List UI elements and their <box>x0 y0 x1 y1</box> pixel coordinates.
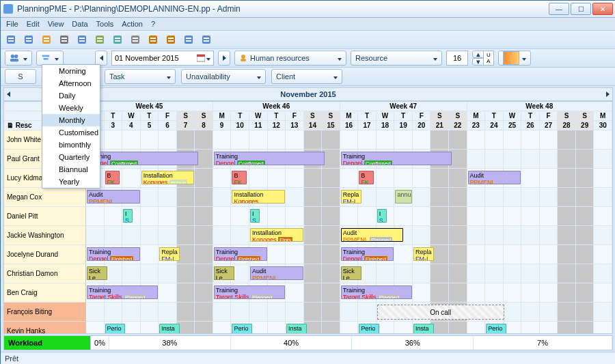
grid-cell[interactable] <box>231 207 249 226</box>
close-button[interactable]: ✕ <box>592 3 613 15</box>
grid-cell[interactable] <box>394 264 413 283</box>
grid-cell[interactable] <box>340 207 359 226</box>
grid-cell[interactable] <box>159 130 177 150</box>
person-card-icon[interactable] <box>199 32 214 47</box>
grid-cell[interactable] <box>122 322 141 334</box>
task-block[interactable]: ReplaFM-I <box>341 190 361 204</box>
grid-cell[interactable] <box>485 245 504 264</box>
grid-cell[interactable] <box>594 303 612 322</box>
grid-cell[interactable] <box>159 226 177 245</box>
grid-cell[interactable] <box>268 303 286 322</box>
task-block[interactable]: ReplaFM-I <box>413 247 434 261</box>
grid-cell[interactable] <box>594 226 612 245</box>
grid-cell[interactable] <box>504 188 522 207</box>
task-block[interactable]: TrainingDengel Finished <box>87 247 140 261</box>
grid-cell[interactable] <box>213 303 232 322</box>
grid-cell[interactable] <box>594 322 612 334</box>
menu-tools[interactable]: Tools <box>96 20 114 28</box>
grid-cell[interactable] <box>322 264 340 283</box>
grid-cell[interactable] <box>86 226 105 245</box>
grid-cell[interactable] <box>558 264 576 283</box>
filter-dropdown[interactable] <box>36 51 64 66</box>
resource-label[interactable]: Daniel Pitt <box>4 207 86 226</box>
grid-cell[interactable] <box>213 130 232 150</box>
grid-cell[interactable] <box>594 169 612 188</box>
task-block[interactable]: PerioPPMEN <box>105 324 126 334</box>
grid-cell[interactable] <box>430 169 449 188</box>
grid-cell[interactable] <box>521 264 540 283</box>
grid-cell[interactable] <box>504 283 522 303</box>
task-block[interactable]: TrainingDengel Confirmed <box>87 152 198 165</box>
grid-cell[interactable] <box>576 303 594 322</box>
task-block[interactable]: TrainingDengel Finished <box>341 247 394 261</box>
grid-cell[interactable] <box>467 245 486 264</box>
grid-cell[interactable] <box>268 169 286 188</box>
grid-cell[interactable] <box>540 150 558 169</box>
task-block[interactable]: ReplaFM-I <box>159 247 180 261</box>
grid-cell[interactable] <box>394 169 413 188</box>
month-next-button[interactable] <box>606 90 610 98</box>
resource-type-dropdown[interactable]: Human resources <box>234 51 346 66</box>
grid-cell[interactable] <box>485 207 504 226</box>
task-block[interactable]: TrainingDengel Confirmed <box>341 152 452 165</box>
s-button[interactable]: S <box>5 69 36 84</box>
grid-cell[interactable] <box>377 130 395 150</box>
grid-cell[interactable] <box>86 303 105 322</box>
grid-cell[interactable] <box>413 130 431 150</box>
grid-cell[interactable] <box>540 283 558 303</box>
ua-toggle[interactable]: UA <box>483 51 494 66</box>
grid-cell[interactable] <box>268 130 286 150</box>
grid-cell[interactable] <box>177 303 195 322</box>
grid-cell[interactable] <box>213 169 232 188</box>
view-option-afternoon[interactable]: Afternoon <box>42 77 100 89</box>
grid-cell[interactable] <box>286 303 304 322</box>
grid-cell[interactable] <box>86 322 105 334</box>
grid-cell[interactable] <box>213 207 232 226</box>
grid-cell[interactable] <box>430 207 449 226</box>
task-block[interactable]: TrainingDengel Finished <box>214 247 267 261</box>
task-block[interactable]: BFK <box>359 171 374 184</box>
grid-cell[interactable] <box>377 188 395 207</box>
search-icon[interactable] <box>128 32 143 47</box>
grid-cell[interactable] <box>413 283 431 303</box>
grid-cell[interactable] <box>105 207 123 226</box>
grid-cell[interactable] <box>413 169 431 188</box>
menu-action[interactable]: Action <box>122 20 143 28</box>
resource-select-dropdown[interactable]: Resource <box>351 51 442 66</box>
grid-cell[interactable] <box>521 245 540 264</box>
grid-cell[interactable] <box>394 245 413 264</box>
grid-cell[interactable] <box>304 188 323 207</box>
grid-cell[interactable] <box>449 169 467 188</box>
grid-cell[interactable] <box>195 226 213 245</box>
grid-cell[interactable] <box>377 169 395 188</box>
export-right-icon[interactable] <box>163 32 178 47</box>
task-block[interactable]: InstaSoluw <box>286 324 307 334</box>
task-block[interactable]: AuditPPMENL Planned <box>250 266 303 280</box>
grid-cell[interactable] <box>430 226 449 245</box>
grid-cell[interactable] <box>576 169 594 188</box>
grid-cell[interactable] <box>177 283 195 303</box>
grid-cell[interactable] <box>521 283 540 303</box>
grid-cell[interactable] <box>504 150 522 169</box>
task-block[interactable]: AuditPPMENL Planned <box>341 228 403 242</box>
grid-cell[interactable] <box>249 303 268 322</box>
grid-cell[interactable] <box>540 245 558 264</box>
task-block[interactable]: Sick Le <box>341 266 361 280</box>
grid-cell[interactable] <box>286 207 304 226</box>
grid-cell[interactable] <box>322 188 340 207</box>
grid-cell[interactable] <box>304 130 323 150</box>
view-option-customised[interactable]: Customised <box>42 126 100 139</box>
resource-label[interactable]: Christian Damon <box>4 264 86 283</box>
people-dropdown[interactable] <box>5 51 32 66</box>
grid-cell[interactable] <box>504 130 522 150</box>
task-block[interactable]: IS <box>123 209 133 223</box>
row-count-spin[interactable]: 16 <box>446 51 468 66</box>
minimize-button[interactable]: — <box>549 3 569 15</box>
grid-cell[interactable] <box>377 264 395 283</box>
grid-cell[interactable] <box>195 283 213 303</box>
view-option-yearly[interactable]: Yearly <box>42 176 100 188</box>
grid-cell[interactable] <box>340 130 359 150</box>
grid-cell[interactable] <box>430 283 449 303</box>
task-block[interactable]: IS <box>377 209 387 223</box>
grid-cell[interactable] <box>576 188 594 207</box>
